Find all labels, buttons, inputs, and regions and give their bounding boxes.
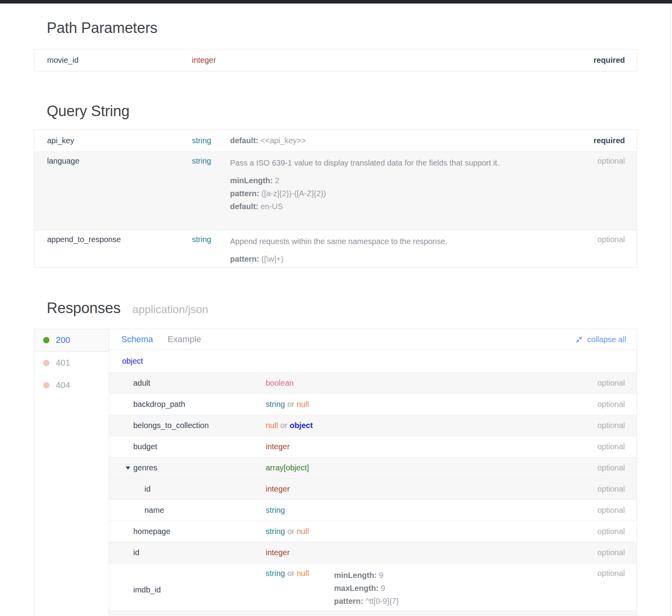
constraint-label: maxLength: [334,584,378,592]
param-type-label: string [192,235,211,244]
schema-optional-badge: optional [566,463,637,472]
tab-example[interactable]: Example [168,334,201,344]
collapse-all-button[interactable]: collapse all [576,335,626,344]
chevron-down-icon[interactable] [126,467,130,470]
param-type: integer [192,56,230,65]
schema-optional-badge: optional [566,400,637,409]
constraints-block: minLength: 9maxLength: 9pattern: ^tt[0-9… [334,569,566,608]
status-code-label: 401 [56,358,70,368]
schema-row[interactable]: genresarray[object]optional [109,457,637,478]
schema-property-name-label: belongs_to_collection [133,421,209,430]
status-dot-200 [43,337,49,343]
param-type: string [192,157,230,230]
schema-property-name-label: genres [133,463,157,472]
schema-property-name-label: id [144,485,151,494]
schema-property-name: object [109,357,266,366]
schema-row: homepagestringornulloptional [109,521,637,542]
schema-type-part: null [266,421,278,430]
schema-root-type: object [122,357,143,366]
param-optional-badge: optional [566,235,637,267]
schema-property-name: genres [109,463,266,472]
schema-type-part: null [297,527,309,536]
schema-optional-badge: optional [566,421,637,430]
query-string-table: api_keystringdefault: <<api_key>>require… [34,129,637,268]
schema-type-part: string [266,506,285,514]
schema-row: backdrop_pathstringornulloptional [109,394,637,415]
query-string-title: Query String [47,102,130,120]
schema-property-name: budget [109,442,266,451]
schema-optional-badge: optional [566,379,637,388]
schema-rows: objectadultbooleanoptionalbackdrop_paths… [109,350,637,616]
schema-property-name: belongs_to_collection [109,421,266,430]
schema-property-name: backdrop_path [109,400,266,409]
constraint-line: maxLength: 9 [334,582,566,595]
responses-header: Responses application/json [47,299,208,317]
param-description: default: <<api_key>> [230,134,566,147]
schema-type-part: array[object] [266,463,309,472]
constraint-label: minLength: [230,176,273,185]
schema-row: idintegeroptional [109,542,637,563]
schema-optional-badge: optional [566,442,637,451]
schema-property-name-label: id [133,548,140,557]
constraint-value: <<api_key>> [261,136,306,145]
status-item-404[interactable]: 404 [35,374,109,396]
schema-row: adultbooleanoptional [109,372,637,394]
schema-type-part: boolean [266,379,294,387]
param-type-label: string [192,136,211,145]
tab-schema[interactable]: Schema [121,334,153,344]
status-code-label: 200 [56,335,70,345]
response-status-list: 200401404 [35,329,109,616]
status-dot-401 [43,360,49,366]
constraints-block: default: <<api_key>> [230,134,566,147]
schema-type-part: integer [266,548,290,557]
schema-root-row: object [109,350,637,372]
schema-property-name-label: backdrop_path [133,400,185,409]
status-item-200[interactable]: 200 [35,329,109,352]
path-parameters-title: Path Parameters [47,19,157,37]
schema-optional-badge: optional [566,548,637,557]
param-type: string [192,235,230,267]
constraint-line: minLength: 9 [334,569,566,582]
schema-type: nullorobject [266,421,334,430]
path-parameters-table: movie_idintegerrequired [34,49,637,71]
schema-type-part: string [266,400,285,408]
constraint-label: minLength: [334,571,377,580]
schema-property-name: adult [109,379,266,388]
schema-type: integer [266,442,334,451]
responses-panel: 200401404 Schema Example collapse all ob… [34,329,637,616]
param-optional-badge: optional [566,157,637,230]
constraint-label: default: [230,136,258,145]
collapse-all-label: collapse all [587,335,626,344]
schema-row: idintegeroptional [109,478,637,499]
collapse-icon [576,336,583,343]
status-dot-404 [43,382,49,388]
param-row: api_keystringdefault: <<api_key>>require… [35,130,637,151]
schema-type-part: string [266,569,285,578]
param-required-badge: required [566,56,637,65]
status-item-401[interactable]: 401 [35,352,109,374]
schema-type: integer [266,485,334,494]
schema-row: imdb_idstringornullminLength: 9maxLength… [109,563,637,611]
constraint-value: 2 [275,176,279,185]
schema-property-name-label: adult [133,379,150,388]
schema-row: belongs_to_collectionnullorobjectoptiona… [109,415,637,436]
constraint-label: pattern: [334,597,363,605]
constraint-line: default: en-US [230,200,566,213]
constraints-block: pattern: ([\w]+) [230,253,566,266]
param-row: append_to_responsestringAppend requests … [35,230,637,267]
schema-property-name: imdb_id [109,569,266,611]
param-type-label: integer [192,56,216,64]
schema-property-name: name [109,506,266,515]
page-right-border [670,4,671,616]
schema-type-part: integer [266,485,290,493]
param-type-label: string [192,157,211,165]
param-description: Pass a ISO 639-1 value to display transl… [230,157,566,230]
schema-constraints: minLength: 9maxLength: 9pattern: ^tt[0-9… [334,569,566,611]
object-link[interactable]: object [290,421,313,430]
constraint-label: default: [230,202,258,211]
schema-tabs-row: Schema Example collapse all [109,329,637,350]
constraint-value: en-US [261,202,283,211]
schema-type: integer [266,548,334,557]
schema-property-name: homepage [109,527,266,536]
constraint-value: ([\w]+) [261,255,283,263]
